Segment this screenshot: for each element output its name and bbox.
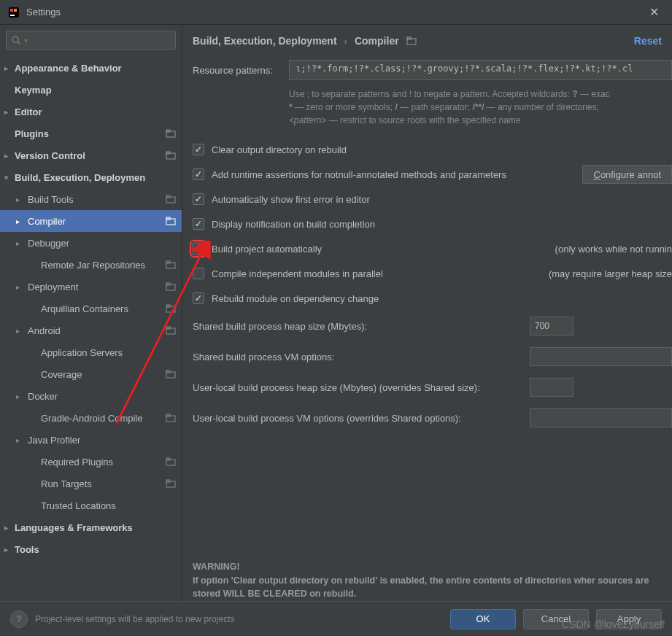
project-scope-icon xyxy=(166,370,176,379)
runtime-assertions-checkbox[interactable] xyxy=(193,168,204,180)
compile-parallel-checkbox[interactable] xyxy=(193,268,204,279)
clear-output-label: Clear output directory on rebuild xyxy=(212,144,347,155)
build-notification-checkbox[interactable] xyxy=(193,218,204,230)
sidebar-item-label: Run Targets xyxy=(41,478,92,489)
project-scope-icon xyxy=(166,457,176,466)
search-icon xyxy=(11,35,21,45)
chevron-right-icon: › xyxy=(344,36,347,47)
sidebar-item-label: Appearance & Behavior xyxy=(15,63,122,74)
user-heap-label: User-local build process heap size (Mbyt… xyxy=(193,382,521,393)
resource-patterns-label: Resource patterns: xyxy=(193,65,289,76)
chevron-down-icon: ▾ xyxy=(4,174,8,182)
sidebar-item-gradle-android-compile[interactable]: Gradle-Android Compile xyxy=(0,407,182,429)
cancel-button[interactable]: Cancel xyxy=(523,609,589,629)
project-scope-icon xyxy=(166,479,176,488)
chevron-right-icon: ▸ xyxy=(4,152,8,160)
sidebar: ▾ ▸Appearance & BehaviorKeymap▸EditorPlu… xyxy=(0,25,182,601)
rebuild-dependency-checkbox[interactable] xyxy=(193,292,204,304)
runtime-assertions-label: Add runtime assertions for notnull-annot… xyxy=(212,169,506,180)
sidebar-item-label: Editor xyxy=(15,106,42,117)
sidebar-item-editor[interactable]: ▸Editor xyxy=(0,101,182,123)
breadcrumb-root[interactable]: Build, Execution, Deployment xyxy=(193,35,337,47)
compile-parallel-label: Compile independent modules in parallel xyxy=(212,268,383,279)
sidebar-item-deployment[interactable]: ▸Deployment xyxy=(0,276,182,298)
chevron-right-icon: ▸ xyxy=(16,436,20,444)
sidebar-item-run-targets[interactable]: Run Targets xyxy=(0,473,182,495)
sidebar-item-label: Build Tools xyxy=(28,194,74,205)
sidebar-item-remote-jar-repositories[interactable]: Remote Jar Repositories xyxy=(0,254,182,276)
svg-rect-3 xyxy=(10,15,15,16)
sidebar-item-required-plugins[interactable]: Required Plugins xyxy=(0,451,182,473)
svg-rect-2 xyxy=(14,9,17,12)
sidebar-item-build-tools[interactable]: ▸Build Tools xyxy=(0,188,182,210)
apply-button[interactable]: Apply xyxy=(596,609,662,629)
sidebar-item-tools[interactable]: ▸Tools xyxy=(0,538,182,560)
sidebar-item-docker[interactable]: ▸Docker xyxy=(0,385,182,407)
sidebar-item-coverage[interactable]: Coverage xyxy=(0,363,182,385)
sidebar-item-keymap[interactable]: Keymap xyxy=(0,79,182,101)
sidebar-item-label: Application Servers xyxy=(41,347,123,358)
resource-patterns-input[interactable]: ι;!?*.form;!?*.class;!?*.groovy;!?*.scal… xyxy=(289,60,672,80)
reset-link[interactable]: Reset xyxy=(634,35,662,47)
user-vm-input[interactable] xyxy=(530,408,672,427)
sidebar-item-build-execution-deploymen[interactable]: ▾Build, Execution, Deploymen xyxy=(0,166,182,188)
footer: ? Project-level settings will be applied… xyxy=(0,601,672,636)
sidebar-item-android[interactable]: ▸Android xyxy=(0,319,182,341)
user-vm-label: User-local build process VM options (ove… xyxy=(193,413,521,424)
svg-line-5 xyxy=(18,42,20,44)
project-scope-icon xyxy=(166,326,176,335)
footer-hint: Project-level settings will be applied t… xyxy=(35,614,234,624)
sidebar-item-label: Debugger xyxy=(28,238,69,249)
chevron-right-icon: ▸ xyxy=(16,217,20,225)
sidebar-item-arquillian-containers[interactable]: Arquillian Containers xyxy=(0,298,182,319)
project-scope-icon xyxy=(406,36,417,45)
rebuild-dependency-label: Rebuild module on dependency change xyxy=(212,293,379,304)
chevron-right-icon: ▸ xyxy=(4,64,8,72)
titlebar: Settings ✕ xyxy=(0,0,672,25)
sidebar-item-label: Build, Execution, Deploymen xyxy=(15,172,145,183)
build-notification-label: Display notification on build completion xyxy=(212,219,375,230)
chevron-right-icon: ▸ xyxy=(4,108,8,116)
search-input[interactable]: ▾ xyxy=(6,31,176,50)
sidebar-item-label: Gradle-Android Compile xyxy=(41,413,142,424)
sidebar-item-label: Compiler xyxy=(28,216,66,227)
sidebar-item-trusted-locations[interactable]: Trusted Locations xyxy=(0,495,182,516)
sidebar-item-label: Arquillian Containers xyxy=(41,303,128,314)
sidebar-item-version-control[interactable]: ▸Version Control xyxy=(0,144,182,166)
user-heap-input[interactable] xyxy=(530,378,573,397)
sidebar-item-label: Trusted Locations xyxy=(41,500,116,511)
project-scope-icon xyxy=(166,195,176,203)
shared-heap-input[interactable] xyxy=(530,317,573,336)
svg-rect-1 xyxy=(10,9,13,12)
configure-annotations-button[interactable]: Configure annot xyxy=(582,165,672,184)
sidebar-item-appearance-behavior[interactable]: ▸Appearance & Behavior xyxy=(0,57,182,79)
sidebar-item-plugins[interactable]: Plugins xyxy=(0,123,182,144)
sidebar-item-label: Version Control xyxy=(15,150,85,161)
ok-button[interactable]: OK xyxy=(450,609,516,629)
project-scope-icon xyxy=(166,151,176,160)
shared-vm-input[interactable] xyxy=(530,347,672,366)
sidebar-item-application-servers[interactable]: Application Servers xyxy=(0,341,182,363)
sidebar-item-compiler[interactable]: ▸Compiler xyxy=(0,210,182,232)
sidebar-item-java-profiler[interactable]: ▸Java Profiler xyxy=(0,429,182,451)
chevron-right-icon: ▸ xyxy=(4,546,8,554)
warning-text: WARNING! If option 'Clear output directo… xyxy=(193,560,672,601)
project-scope-icon xyxy=(166,414,176,422)
search-caret-icon: ▾ xyxy=(24,36,28,44)
project-scope-icon xyxy=(166,304,176,313)
build-automatically-checkbox[interactable] xyxy=(193,243,204,255)
sidebar-item-debugger[interactable]: ▸Debugger xyxy=(0,232,182,254)
show-first-error-checkbox[interactable] xyxy=(193,193,204,205)
chevron-right-icon: ▸ xyxy=(16,283,20,291)
help-button[interactable]: ? xyxy=(10,610,28,628)
patterns-hint: Use ; to separate patterns and ! to nega… xyxy=(289,88,672,127)
chevron-right-icon: ▸ xyxy=(4,524,8,532)
build-automatically-note: (only works while not runnin xyxy=(555,244,672,255)
close-icon[interactable]: ✕ xyxy=(644,2,665,22)
svg-point-4 xyxy=(12,36,18,42)
clear-output-checkbox[interactable] xyxy=(193,144,204,155)
sidebar-item-languages-frameworks[interactable]: ▸Languages & Frameworks xyxy=(0,516,182,538)
chevron-right-icon: ▸ xyxy=(16,239,20,247)
compile-parallel-note: (may require larger heap size xyxy=(549,268,672,279)
shared-heap-label: Shared build process heap size (Mbytes): xyxy=(193,321,521,332)
